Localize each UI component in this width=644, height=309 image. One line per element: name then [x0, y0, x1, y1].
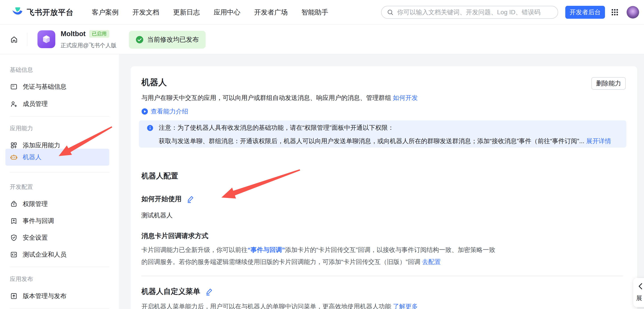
notice-line-1: 注意：为了使机器人具有收发消息的基础功能，请在“权限管理”面板中开通以下权限：	[159, 124, 394, 132]
user-avatar[interactable]	[626, 6, 639, 18]
enabled-status-badge: 已启用	[89, 30, 109, 38]
sidebar-item-label: 版本管理与发布	[23, 292, 66, 300]
section-header-release: 应用发布	[10, 274, 33, 283]
divider	[10, 116, 109, 116]
capability-description: 与用户在聊天中交互的应用，可以向用户或群组自动发送消息、响应用户的消息、管理群组	[142, 94, 391, 101]
divider	[10, 267, 109, 267]
sidebar-item-events[interactable]: 事件与回调	[5, 212, 109, 230]
global-search[interactable]	[381, 6, 558, 19]
chevron-left-icon	[636, 282, 644, 291]
info-icon	[147, 125, 153, 131]
lock-icon	[10, 200, 18, 208]
custom-menu-heading: 机器人自定义菜单	[142, 287, 200, 296]
edit-pencil-icon[interactable]	[205, 287, 214, 296]
learn-more-link[interactable]: 了解更多	[393, 303, 418, 309]
section-header-basic-info: 基础信息	[10, 65, 33, 74]
search-input[interactable]	[397, 9, 554, 16]
sidebar-item-version-release[interactable]: 版本管理与发布	[5, 288, 109, 304]
divider	[10, 172, 109, 172]
nav-item-changelog[interactable]: 更新日志	[173, 8, 200, 17]
sidebar-item-security[interactable]: 安全设置	[5, 229, 109, 246]
robot-icon	[10, 153, 18, 161]
section-divider	[142, 276, 623, 276]
publish-status-text: 当前修改均已发布	[147, 35, 199, 44]
sidebar-item-credentials[interactable]: 凭证与基础信息	[5, 78, 109, 95]
robot-capability-card: 机器人 删除能力 与用户在聊天中交互的应用，可以向用户或群组自动发送消息、响应用…	[131, 66, 637, 309]
divider	[27, 33, 27, 46]
sidebar-item-test-company[interactable]: 测试企业和人员	[5, 246, 109, 263]
divider	[10, 308, 109, 308]
bot-config-heading: 机器人配置	[142, 172, 178, 180]
feishu-logo-icon	[12, 7, 23, 18]
shield-check-icon	[10, 234, 18, 242]
capability-intro-link[interactable]: 查看能力介绍	[151, 107, 188, 116]
top-navigation: 飞书开放平台 客户案例 开发文档 更新日志 应用中心 开发者广场 智能助手 开发…	[0, 0, 644, 24]
primary-nav: 客户案例 开发文档 更新日志 应用中心 开发者广场 智能助手	[92, 0, 328, 24]
sidebar-item-label: 机器人	[23, 153, 42, 162]
publish-arrow-icon	[10, 292, 18, 300]
search-icon	[386, 8, 394, 16]
expand-label: 展	[636, 294, 642, 302]
how-to-develop-link[interactable]: 如何开发	[393, 94, 418, 101]
apps-grid-icon[interactable]	[610, 8, 619, 17]
notice-line-2: 获取与发送单聊、群组消息：开通该权限后，机器人可以向用户发送单聊消息，或向机器人…	[159, 138, 584, 144]
card-callback-heading: 消息卡片回调请求方式	[142, 232, 208, 240]
sidebar-item-label: 安全设置	[23, 234, 48, 242]
nav-item-ai-assistant[interactable]: 智能助手	[302, 8, 328, 17]
main-content: 机器人 删除能力 与用户在聊天中交互的应用，可以向用户或群组自动发送消息、响应用…	[120, 54, 644, 309]
sidebar-item-robot[interactable]: 机器人	[5, 149, 109, 166]
app-subtitle: 正式应用@飞书个人版	[61, 42, 116, 49]
sidebar-item-label: 凭证与基础信息	[23, 82, 66, 91]
nav-item-app-center[interactable]: 应用中心	[214, 8, 240, 17]
go-configure-link[interactable]: 去配置	[422, 258, 441, 265]
sidebar-item-label: 成员管理	[23, 100, 48, 108]
sidebar-item-members[interactable]: 成员管理	[5, 96, 109, 112]
sidebar-item-permissions[interactable]: 权限管理	[5, 196, 109, 212]
sidebar-item-label: 测试企业和人员	[23, 250, 66, 259]
event-bookmark-icon	[10, 217, 18, 225]
events-callback-link[interactable]: “事件与回调”	[248, 246, 285, 253]
app-header-bar: Moltbot 已启用 正式应用@飞书个人版 当前修改均已发布	[0, 24, 644, 54]
edit-pencil-icon[interactable]	[186, 195, 195, 203]
callback-paragraph-2: 的回调服务。若你的服务端逻辑需继续使用旧版的卡片回调能力，可添加“卡片回传交互（…	[142, 258, 420, 265]
how-to-start-label: 如何开始使用	[142, 195, 182, 203]
sidebar-item-label: 事件与回调	[23, 217, 54, 225]
permission-notice-banner: 注意：为了使机器人具有收发消息的基础功能，请在“权限管理”面板中开通以下权限： …	[139, 120, 626, 148]
developer-console-button[interactable]: 开发者后台	[565, 6, 605, 19]
credential-card-icon	[10, 83, 18, 91]
expand-side-panel-handle[interactable]: 展	[633, 278, 644, 307]
brand-title: 飞书开放平台	[27, 0, 74, 24]
check-circle-icon	[136, 36, 144, 44]
publish-status-banner: 当前修改均已发布	[129, 31, 206, 48]
nav-item-dev-docs[interactable]: 开发文档	[132, 8, 159, 17]
delete-capability-button[interactable]: 删除能力	[591, 77, 626, 90]
add-capability-icon	[10, 141, 18, 149]
nav-item-developer-plaza[interactable]: 开发者广场	[254, 8, 288, 17]
code-brackets-icon	[10, 250, 18, 258]
home-icon[interactable]	[10, 35, 18, 44]
custom-menu-description: 开启机器人菜单能力后，用户可以在与机器人的单聊中访问菜单，更高效地使用机器人功能	[142, 303, 391, 309]
sidebar-item-label: 添加应用能力	[23, 141, 60, 150]
test-bot-label: 测试机器人	[142, 212, 172, 219]
callback-paragraph-1: 卡片回调能力已全新升级，你可以前往	[142, 246, 248, 253]
app-name: Moltbot	[61, 30, 86, 38]
page-title: 机器人	[142, 77, 167, 87]
app-logo-cube-icon	[38, 30, 55, 48]
play-circle-icon	[142, 108, 148, 115]
sidebar-item-label: 权限管理	[23, 200, 48, 208]
expand-details-link[interactable]: 展开详情	[586, 138, 611, 144]
callback-paragraph-1b: 添加卡片的“卡片回传交互”回调，以接收与事件订阅结构一致、加密策略一致	[285, 246, 495, 253]
member-add-icon	[10, 100, 18, 108]
settings-sidebar: 基础信息 凭证与基础信息 成员管理 应用能力 添加应用能力	[0, 54, 119, 309]
capability-intro-link-row[interactable]: 查看能力介绍	[142, 107, 188, 116]
nav-item-customer-cases[interactable]: 客户案例	[92, 8, 119, 17]
section-header-dev-config: 开发配置	[10, 182, 33, 191]
section-header-capabilities: 应用能力	[10, 124, 33, 133]
